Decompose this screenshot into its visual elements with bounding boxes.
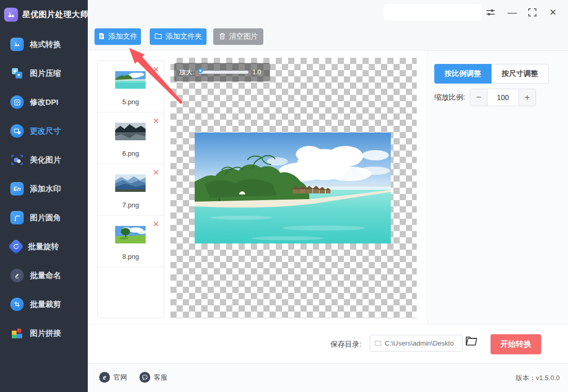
image-compress-icon bbox=[10, 67, 24, 80]
sidebar: 星优图片处理大师 格式转换 图片压缩 修改DPI 更改尺寸 美化图片 bbox=[0, 0, 88, 392]
sidebar-item-label: 修改DPI bbox=[30, 97, 58, 107]
scale-ratio-label: 缩放比例: bbox=[434, 93, 465, 102]
start-convert-button[interactable]: 开始转换 bbox=[491, 334, 541, 354]
app-title: 星优图片处理大师 bbox=[22, 9, 88, 20]
clear-images-button[interactable]: 清空图片 bbox=[213, 28, 263, 45]
scale-stepper: − + bbox=[470, 89, 536, 106]
sidebar-item-label: 批量旋转 bbox=[28, 242, 59, 252]
image-stitch-icon bbox=[10, 326, 24, 340]
save-directory-box bbox=[370, 335, 463, 352]
sidebar-item-label: 添加水印 bbox=[30, 184, 61, 194]
image-mountain-icon bbox=[4, 8, 18, 22]
settings-panel: 按比例调整 按尺寸调整 缩放比例: − + bbox=[427, 51, 568, 324]
scale-value-input[interactable] bbox=[487, 89, 519, 106]
close-icon[interactable]: × bbox=[546, 5, 560, 20]
sidebar-item-add-watermark[interactable]: En 添加水印 bbox=[0, 174, 88, 203]
batch-crop-icon bbox=[10, 298, 24, 311]
version-text: 版本：v1.5.0.0 bbox=[516, 373, 560, 383]
file-list-item[interactable]: × 8.png bbox=[98, 216, 164, 267]
topbar: — × 添加文件 添加文件夹 清空图片 bbox=[88, 0, 568, 51]
batch-rename-icon bbox=[10, 269, 24, 282]
zoom-value: 1.0 bbox=[253, 69, 261, 76]
sidebar-item-resize[interactable]: 更改尺寸 bbox=[0, 117, 88, 145]
rounded-corner-icon bbox=[10, 211, 24, 224]
browser-e-icon: e bbox=[99, 372, 110, 383]
official-website-link[interactable]: e 官网 bbox=[99, 372, 127, 383]
decrease-button[interactable]: − bbox=[470, 89, 487, 106]
add-folder-button[interactable]: 添加文件夹 bbox=[150, 28, 207, 45]
sidebar-item-image-stitch[interactable]: 图片拼接 bbox=[0, 319, 88, 348]
preview-canvas: 放大: 1.0 bbox=[170, 58, 417, 318]
browse-folder-icon[interactable] bbox=[465, 336, 478, 348]
folder-icon bbox=[154, 32, 162, 41]
customer-support-link[interactable]: 客服 bbox=[139, 372, 167, 383]
scale-ratio-row: 缩放比例: − + bbox=[434, 89, 536, 106]
thumbnail-mountain-lake bbox=[115, 123, 146, 140]
tab-adjust-by-ratio[interactable]: 按比例调整 bbox=[434, 64, 492, 84]
sidebar-item-label: 美化图片 bbox=[30, 155, 61, 165]
zoom-slider[interactable] bbox=[199, 71, 248, 74]
sidebar-item-beautify-image[interactable]: 美化图片 bbox=[0, 145, 88, 174]
folder-small-icon bbox=[374, 339, 382, 348]
modify-dpi-icon bbox=[10, 95, 24, 109]
main-area: × 5.png × 6.png bbox=[88, 51, 568, 324]
file-name: 7.png bbox=[98, 201, 164, 209]
customer-support-label: 客服 bbox=[154, 373, 167, 382]
file-list-item[interactable]: × 6.png bbox=[98, 112, 164, 164]
add-file-button[interactable]: 添加文件 bbox=[94, 28, 141, 45]
thumbnail-tree-meadow bbox=[115, 226, 146, 243]
thumbnail-beach bbox=[115, 71, 146, 89]
zoom-label: 放大: bbox=[179, 68, 195, 77]
official-website-label: 官网 bbox=[114, 373, 127, 382]
beautify-image-icon bbox=[10, 153, 24, 167]
save-directory-input[interactable] bbox=[385, 339, 457, 347]
sidebar-item-rounded-corner[interactable]: 图片圆角 bbox=[0, 203, 88, 232]
file-list-item[interactable]: × 5.png bbox=[98, 61, 164, 112]
file-list: × 5.png × 6.png bbox=[97, 60, 164, 318]
sidebar-item-modify-dpi[interactable]: 修改DPI bbox=[0, 88, 88, 117]
delete-file-icon[interactable]: × bbox=[153, 167, 159, 177]
file-name: 6.png bbox=[98, 150, 164, 157]
add-folder-label: 添加文件夹 bbox=[166, 32, 202, 41]
footer: e 官网 客服 版本：v1.5.0.0 bbox=[88, 363, 568, 392]
resize-icon bbox=[10, 124, 24, 138]
file-name: 8.png bbox=[98, 253, 164, 260]
file-icon bbox=[98, 32, 105, 41]
tab-adjust-by-size[interactable]: 按尺寸调整 bbox=[492, 64, 549, 84]
delete-file-icon[interactable]: × bbox=[153, 64, 159, 74]
app-window: 星优图片处理大师 格式转换 图片压缩 修改DPI 更改尺寸 美化图片 bbox=[0, 0, 568, 392]
delete-file-icon[interactable]: × bbox=[153, 219, 159, 229]
sidebar-item-batch-rename[interactable]: 批量命名 bbox=[0, 261, 88, 290]
delete-file-icon[interactable]: × bbox=[153, 116, 159, 126]
preview-image-beach bbox=[195, 133, 391, 243]
app-logo: 星优图片处理大师 bbox=[0, 0, 88, 24]
bottom-bar: 保存目录: 开始转换 bbox=[88, 324, 568, 363]
sidebar-item-label: 格式转换 bbox=[30, 40, 61, 50]
batch-rotate-icon bbox=[8, 238, 24, 254]
zoom-slider-handle[interactable] bbox=[198, 68, 203, 73]
minimize-icon[interactable]: — bbox=[505, 5, 519, 20]
sidebar-item-label: 批量裁剪 bbox=[30, 300, 61, 309]
file-list-empty-row bbox=[98, 267, 164, 318]
sidebar-menu: 格式转换 图片压缩 修改DPI 更改尺寸 美化图片 En 添加水印 bbox=[0, 30, 88, 348]
save-directory-label: 保存目录: bbox=[330, 340, 361, 349]
sidebar-item-batch-rotate[interactable]: 批量旋转 bbox=[0, 232, 88, 261]
trash-icon bbox=[219, 32, 226, 41]
sidebar-item-label: 图片压缩 bbox=[30, 69, 61, 78]
sidebar-item-label: 图片拼接 bbox=[30, 329, 61, 338]
chat-bubble-icon bbox=[139, 372, 150, 383]
adjust-mode-tabs: 按比例调整 按尺寸调整 bbox=[434, 64, 549, 84]
maximize-icon[interactable] bbox=[525, 5, 540, 20]
sidebar-item-label: 图片圆角 bbox=[30, 213, 61, 223]
clear-images-label: 清空图片 bbox=[229, 32, 258, 41]
increase-button[interactable]: + bbox=[519, 89, 535, 106]
sidebar-item-image-compress[interactable]: 图片压缩 bbox=[0, 59, 88, 88]
sidebar-item-format-convert[interactable]: 格式转换 bbox=[0, 30, 88, 59]
search-input[interactable] bbox=[384, 4, 482, 21]
file-list-item[interactable]: × 7.png bbox=[98, 164, 164, 216]
thumbnail-blue-mountains bbox=[115, 174, 146, 192]
add-watermark-icon: En bbox=[10, 182, 24, 195]
sidebar-item-batch-crop[interactable]: 批量裁剪 bbox=[0, 290, 88, 319]
file-name: 5.png bbox=[98, 98, 164, 106]
sliders-icon[interactable] bbox=[483, 5, 498, 20]
